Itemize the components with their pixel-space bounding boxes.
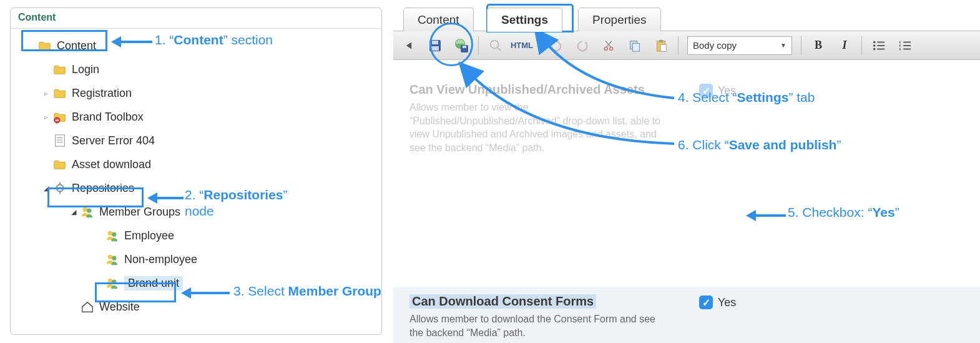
annotation-1: 1. “Content” section [155, 32, 273, 47]
setting-title: Can Download Consent Forms [409, 294, 596, 309]
save-button[interactable] [423, 34, 447, 57]
folder-blocked-icon [53, 110, 67, 124]
chevron-down-icon[interactable]: ◢ [41, 184, 52, 192]
svg-rect-35 [659, 39, 663, 42]
arrow-icon [181, 287, 230, 299]
tab-content[interactable]: Content [403, 7, 474, 31]
gear-icon [53, 181, 67, 195]
content-tree: Content Login ▹ Registration ▹ Brand Too… [11, 29, 381, 324]
annotation-2b: node [185, 204, 214, 219]
tab-settings[interactable]: Settings [487, 7, 562, 32]
tree-item-asset-download[interactable]: Asset download [13, 152, 381, 176]
svg-rect-22 [431, 46, 439, 51]
svg-rect-2 [56, 135, 65, 146]
chevron-down-icon: ▼ [780, 42, 786, 49]
folder-icon [53, 157, 67, 171]
chevron-right-icon[interactable]: ▹ [41, 113, 52, 121]
users-icon [105, 276, 119, 290]
undo-icon[interactable] [544, 34, 568, 57]
cut-icon[interactable] [597, 34, 620, 57]
numbered-list-icon[interactable] [893, 34, 917, 57]
users-icon [105, 229, 119, 242]
svg-point-38 [873, 44, 876, 47]
toolbar-separator [478, 36, 479, 55]
tree-item-non-employee[interactable]: Non-employee [13, 247, 381, 271]
home-icon [81, 300, 94, 314]
tree-label: Brand Toolbox [72, 111, 144, 124]
chevron-down-icon[interactable]: ◢ [68, 208, 79, 216]
svg-point-16 [108, 255, 112, 259]
annotation-3: 3. Select Member Group [233, 284, 381, 299]
toolbar-separator [861, 36, 862, 55]
folder-icon [53, 86, 67, 100]
italic-button[interactable]: I [833, 34, 856, 57]
toolbar-separator [678, 36, 679, 55]
svg-point-14 [108, 231, 112, 236]
html-button[interactable]: HTML [510, 34, 534, 57]
format-select[interactable]: Body copy ▼ [687, 36, 792, 55]
bold-button[interactable]: B [806, 34, 830, 57]
tree-label: Repositories [72, 182, 134, 195]
panel-title: Content [11, 8, 381, 29]
checkbox-label: Yes [718, 296, 736, 309]
tree-label: Brand unit [124, 276, 183, 291]
preview-icon[interactable] [484, 34, 507, 57]
setting-toggle: ✓ Yes [699, 296, 736, 309]
arrow-icon [147, 192, 184, 204]
tree-label: Employee [124, 229, 174, 242]
svg-point-19 [112, 280, 116, 284]
tree-label: Asset download [72, 158, 151, 171]
tree-label: Non-employee [124, 253, 197, 266]
tree-label: Server Error 404 [72, 134, 155, 147]
copy-icon[interactable] [623, 34, 647, 57]
svg-rect-21 [432, 41, 438, 44]
chevron-right-icon[interactable]: ▹ [41, 89, 52, 97]
svg-point-12 [83, 207, 87, 212]
tree-item-employee[interactable]: Employee [13, 224, 381, 247]
toolbar-separator [539, 36, 539, 55]
svg-rect-36 [660, 44, 666, 51]
paste-icon[interactable] [649, 34, 673, 57]
annotation-6: 6. Click “Save and publish” [678, 137, 841, 152]
setting-description: Allows member to view the “Published/Unp… [409, 101, 672, 154]
tab-label: Properties [592, 13, 647, 27]
toolbar-separator [801, 36, 801, 55]
tab-label: Content [418, 13, 459, 27]
folder-icon [53, 62, 67, 76]
tree-label: Website [99, 301, 140, 314]
tree-label: Login [72, 63, 99, 76]
svg-point-37 [873, 41, 876, 43]
svg-rect-33 [632, 43, 639, 51]
tree-item-brand-toolbox[interactable]: ▹ Brand Toolbox [13, 105, 381, 129]
document-icon [53, 134, 67, 147]
setting-description: Allows member to download the Consent Fo… [409, 312, 672, 339]
tab-label: Settings [501, 13, 548, 27]
tree-item-server-error[interactable]: Server Error 404 [13, 129, 381, 152]
tree-item-registration[interactable]: ▹ Registration [13, 81, 381, 105]
bullet-list-icon[interactable] [867, 34, 891, 57]
svg-point-13 [87, 209, 91, 213]
svg-line-27 [497, 47, 501, 51]
tab-properties[interactable]: Properties [578, 7, 661, 31]
svg-point-26 [491, 40, 499, 48]
annotation-4: 4. Select “Settings” tab [678, 90, 815, 105]
tree-item-login[interactable]: Login [13, 57, 381, 81]
setting-download-consent: Can Download Consent Forms Allows member… [393, 287, 980, 343]
editor-toolbar: HTML Body copy ▼ B I [393, 31, 980, 60]
svg-point-17 [112, 256, 116, 261]
annotation-2: 2. “Repositories” [185, 187, 288, 202]
tree-label: Member Groups [99, 206, 180, 219]
annotation-5: 5. Checkbox: “Yes” [788, 205, 899, 220]
tree-label: Content [57, 39, 96, 52]
expand-left-icon[interactable] [397, 34, 421, 57]
svg-rect-25 [463, 46, 466, 48]
checkbox-checked-icon[interactable]: ✓ [699, 296, 713, 309]
tabstrip: Content Settings Properties [393, 7, 980, 31]
editor-panel: Content Settings Properties HTML [393, 7, 980, 343]
save-and-publish-button[interactable] [449, 34, 473, 57]
svg-point-18 [108, 279, 112, 283]
setting-unpublished-assets: Can View Unpublished/Archived Assets All… [393, 75, 980, 168]
folder-icon [38, 39, 52, 52]
redo-icon[interactable] [571, 34, 594, 57]
tree-label: Registration [72, 87, 132, 100]
